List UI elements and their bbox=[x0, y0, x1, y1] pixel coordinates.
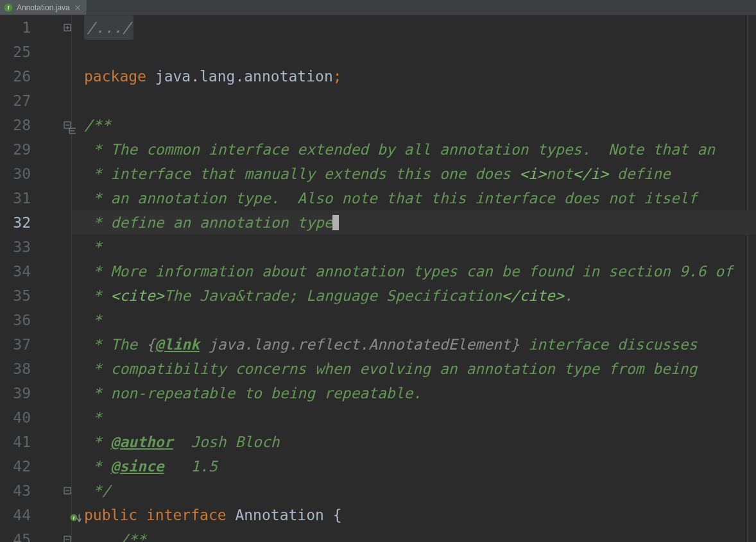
gutter-row[interactable]: 44 I bbox=[0, 503, 71, 527]
code-line[interactable]: * The common interface extended by all a… bbox=[72, 137, 756, 162]
code-line[interactable]: /** bbox=[72, 527, 756, 542]
line-number: 42 bbox=[0, 454, 32, 478]
javadoc-text: define bbox=[608, 162, 671, 186]
javadoc-text: The Java&trade; Language Specification bbox=[164, 284, 502, 308]
gutter-row[interactable]: 39 bbox=[0, 381, 71, 405]
javadoc-link-target: java.lang.reflect.AnnotatedElement bbox=[200, 332, 511, 357]
gutter-row[interactable]: 27 bbox=[0, 89, 71, 113]
line-number: 38 bbox=[0, 357, 32, 381]
gutter-row[interactable]: 43 bbox=[0, 478, 71, 503]
keyword-public: public bbox=[84, 503, 137, 527]
javadoc-text: * define an annotation type bbox=[84, 210, 333, 235]
gutter-row[interactable]: 38 bbox=[0, 357, 71, 381]
gutter-row[interactable]: 30 bbox=[0, 162, 71, 186]
code-line[interactable]: * <cite>The Java&trade; Language Specifi… bbox=[72, 284, 756, 308]
code-line[interactable] bbox=[72, 89, 756, 113]
javadoc-since-value: 1.5 bbox=[164, 454, 218, 478]
javadoc-text: * interface that manually extends this o… bbox=[84, 162, 520, 186]
gutter-row[interactable]: 31 bbox=[0, 186, 71, 210]
code-line[interactable]: * compatibility concerns when evolving a… bbox=[72, 357, 756, 381]
javadoc-tag-since: @since bbox=[111, 454, 164, 478]
javadoc-text: * The common interface extended by all a… bbox=[84, 137, 715, 162]
javadoc-markup: </cite> bbox=[502, 284, 564, 308]
javadoc-text: * non-repeatable to being repeatable. bbox=[84, 381, 422, 405]
fold-collapse-icon[interactable] bbox=[64, 121, 71, 129]
gutter-row[interactable]: 42 bbox=[0, 454, 71, 478]
gutter-row[interactable]: 29 bbox=[0, 137, 71, 162]
line-number: 1 bbox=[0, 15, 32, 40]
space bbox=[137, 503, 146, 527]
gutter-row[interactable]: 36 bbox=[0, 308, 71, 332]
line-number: 31 bbox=[0, 186, 32, 210]
semicolon: ; bbox=[333, 64, 342, 89]
code-editor[interactable]: 1 25 26 27 28 29 30 31 32 33 bbox=[0, 15, 756, 542]
javadoc-text: * bbox=[84, 235, 102, 259]
code-line[interactable]: package java.lang.annotation; bbox=[72, 64, 756, 89]
javadoc-markup: <i> bbox=[520, 162, 547, 186]
gutter-row[interactable]: 41 bbox=[0, 430, 71, 454]
line-number: 32 bbox=[0, 210, 32, 235]
code-line[interactable]: * @author Josh Bloch bbox=[72, 430, 756, 454]
type-name: Annotation bbox=[227, 503, 333, 527]
gutter: 1 25 26 27 28 29 30 31 32 33 bbox=[0, 15, 72, 542]
javadoc-markup: <cite> bbox=[111, 284, 164, 308]
code-line[interactable]: */ bbox=[72, 478, 756, 503]
code-line-current[interactable]: * define an annotation type bbox=[72, 210, 756, 235]
close-icon[interactable] bbox=[74, 4, 82, 12]
code-line[interactable]: /** bbox=[72, 113, 756, 137]
javadoc-text: * an annotation type. Also note that thi… bbox=[84, 186, 697, 210]
package-name: java.lang.annotation bbox=[146, 64, 333, 89]
gutter-row[interactable]: 37 bbox=[0, 332, 71, 357]
javadoc-text: * bbox=[84, 405, 102, 430]
line-number: 39 bbox=[0, 381, 32, 405]
code-line[interactable]: * an annotation type. Also note that thi… bbox=[72, 186, 756, 210]
code-line[interactable]: * More information about annotation type… bbox=[72, 259, 756, 284]
gutter-row[interactable]: 33 bbox=[0, 235, 71, 259]
javadoc-text: interface discusses bbox=[520, 332, 698, 357]
code-line[interactable]: * bbox=[72, 405, 756, 430]
code-line[interactable]: * bbox=[72, 308, 756, 332]
code-line[interactable] bbox=[72, 40, 756, 64]
javadoc-text: * bbox=[84, 308, 102, 332]
gutter-row[interactable]: 1 bbox=[0, 15, 71, 40]
code-line[interactable]: * @since 1.5 bbox=[72, 454, 756, 478]
gutter-row[interactable]: 45 bbox=[0, 527, 71, 542]
gutter-row[interactable]: 35 bbox=[0, 284, 71, 308]
gutter-row[interactable]: 32 bbox=[0, 210, 71, 235]
code-line[interactable]: public interface Annotation { bbox=[72, 503, 756, 527]
tab-filename: Annotation.java bbox=[17, 3, 70, 12]
line-number: 27 bbox=[0, 89, 32, 113]
javadoc-brace: } bbox=[511, 332, 520, 357]
code-line[interactable]: * The {@link java.lang.reflect.Annotated… bbox=[72, 332, 756, 357]
javadoc-brace: { bbox=[146, 332, 155, 357]
editor-tab-annotation[interactable]: I Annotation.java bbox=[0, 0, 87, 15]
line-number: 36 bbox=[0, 308, 32, 332]
fold-collapse-icon[interactable] bbox=[64, 487, 71, 495]
indent bbox=[84, 527, 119, 542]
javadoc-text: * bbox=[84, 284, 111, 308]
line-number: 34 bbox=[0, 259, 32, 284]
line-number: 45 bbox=[0, 527, 32, 542]
gutter-row[interactable]: 25 bbox=[0, 40, 71, 64]
code-line[interactable]: * bbox=[72, 235, 756, 259]
code-area[interactable]: /.../ package java.lang.annotation; /** … bbox=[72, 15, 756, 542]
gutter-row[interactable]: 40 bbox=[0, 405, 71, 430]
line-number: 30 bbox=[0, 162, 32, 186]
line-number: 29 bbox=[0, 137, 32, 162]
code-line[interactable]: * interface that manually extends this o… bbox=[72, 162, 756, 186]
code-line[interactable]: /.../ bbox=[72, 15, 756, 40]
gutter-row[interactable]: 28 bbox=[0, 113, 71, 137]
fold-collapse-icon[interactable] bbox=[64, 536, 71, 542]
line-number: 43 bbox=[0, 478, 32, 503]
code-line[interactable]: * non-repeatable to being repeatable. bbox=[72, 381, 756, 405]
line-number: 41 bbox=[0, 430, 32, 454]
javadoc-text: . bbox=[564, 284, 573, 308]
tab-bar: I Annotation.java bbox=[0, 0, 756, 15]
fold-expand-icon[interactable] bbox=[64, 24, 71, 31]
line-number: 25 bbox=[0, 40, 32, 64]
line-number: 37 bbox=[0, 332, 32, 357]
javadoc-text: * The bbox=[84, 332, 146, 357]
gutter-row[interactable]: 34 bbox=[0, 259, 71, 284]
folded-region[interactable]: /.../ bbox=[84, 15, 133, 40]
gutter-row[interactable]: 26 bbox=[0, 64, 71, 89]
